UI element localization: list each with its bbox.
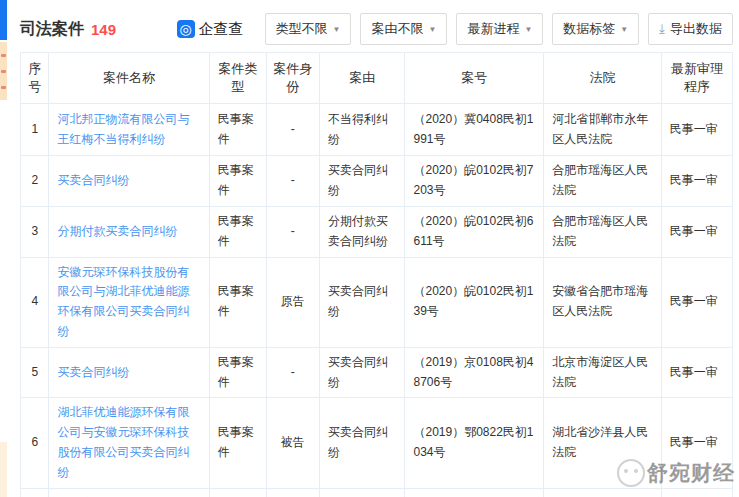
table-row: 7 上海宝钢节能环保技术有限公司与安徽元琛环保科技股份有限公司买卖合同纠纷 民事…: [21, 488, 733, 497]
cell-case-type: 民事案件: [209, 347, 266, 398]
cell-no: 5: [21, 347, 49, 398]
qichacha-logo-icon: ◎: [177, 20, 195, 38]
cell-no: 3: [21, 206, 49, 257]
column-header-case-name: 案件名称: [49, 53, 209, 104]
cell-no: 2: [21, 156, 49, 207]
table-row: 1 河北邦正物流有限公司与王红梅不当得利纠纷 民事案件 - 不当得利纠纷 （20…: [21, 104, 733, 156]
cell-procedure: 民事一审: [661, 347, 732, 398]
cell-no: 1: [21, 104, 49, 156]
table-header-row: 序号 案件名称 案件类型 案件身份 案由 案号 法院 最新审理程序: [21, 53, 733, 104]
cell-case-role: -: [266, 104, 319, 156]
cell-case-type: 民事案件: [209, 206, 266, 257]
filter-latest-progress-dropdown[interactable]: 最新进程 ▼: [456, 13, 543, 45]
cell-court: 上海市宝山区人民法院: [544, 488, 661, 497]
cell-no: 7: [21, 488, 49, 497]
table-row: 5 买卖合同纠纷 民事案件 - 买卖合同纠纷 （2019）京0108民初4870…: [21, 347, 733, 398]
cell-case-type: 民事案件: [209, 104, 266, 156]
column-header-case-number: 案号: [405, 53, 544, 104]
cell-case-number: （2020）皖0102民初6611号: [405, 206, 544, 257]
filter-case-type-dropdown[interactable]: 类型不限 ▼: [265, 13, 352, 45]
cell-court: 合肥市瑶海区人民法院: [544, 206, 661, 257]
qichacha-brand-name: 企查查: [199, 20, 244, 39]
cell-case-number: （2020）冀0408民初1991号: [405, 104, 544, 156]
cell-case-number: （2019）京0108民初48706号: [405, 347, 544, 398]
column-header-case-type: 案件类型: [209, 53, 266, 104]
cell-case-type: 民事案件: [209, 156, 266, 207]
cell-court: 湖北省沙洋县人民法院: [544, 398, 661, 488]
case-name-link[interactable]: 河北邦正物流有限公司与王红梅不当得利纠纷: [57, 112, 189, 146]
filter-cause-dropdown[interactable]: 案由不限 ▼: [360, 13, 447, 45]
cutoff-sidebar-edge: [0, 0, 7, 497]
cell-cause: 买卖合同纠纷: [320, 398, 405, 488]
cell-case-role: -: [266, 347, 319, 398]
cell-court: 合肥市瑶海区人民法院: [544, 156, 661, 207]
case-name-link[interactable]: 分期付款买卖合同纠纷: [57, 224, 177, 238]
cell-case-role: -: [266, 206, 319, 257]
cell-procedure: 民事一审: [661, 104, 732, 156]
case-name-link[interactable]: 买卖合同纠纷: [57, 365, 129, 379]
filter-label: 案由不限: [371, 20, 423, 38]
column-header-no: 序号: [21, 53, 49, 104]
case-name-link[interactable]: 安徽元琛环保科技股份有限公司与湖北菲优迪能源环保有限公司买卖合同纠纷: [57, 265, 189, 338]
cell-case-number: （2020）皖0102民初7203号: [405, 156, 544, 207]
table-row: 3 分期付款买卖合同纠纷 民事案件 - 分期付款买卖合同纠纷 （2020）皖01…: [21, 206, 733, 257]
page-title: 司法案件: [20, 19, 84, 40]
column-header-case-role: 案件身份: [266, 53, 319, 104]
cell-cause: 买卖合同纠纷: [320, 488, 405, 497]
cell-cause: 买卖合同纠纷: [320, 156, 405, 207]
download-icon: ⤓: [659, 21, 665, 37]
sidebar-edge-mark: [1, 54, 6, 57]
filter-data-tag-dropdown[interactable]: 数据标签 ▼: [552, 13, 639, 45]
qichacha-brand-link[interactable]: ◎ 企查查: [177, 20, 244, 39]
cell-case-role: 原告: [266, 257, 319, 347]
cell-court: 河北省邯郸市永年区人民法院: [544, 104, 661, 156]
export-data-button[interactable]: ⤓ 导出数据: [648, 13, 733, 45]
sidebar-edge-bottom-block: [0, 442, 7, 497]
judicial-cases-panel: 司法案件 149 ◎ 企查查 类型不限 ▼ 案由不限 ▼ 最新进程 ▼ 数据标签…: [20, 0, 733, 497]
cell-case-type: 民事案件: [209, 257, 266, 347]
cell-case-role: 被告: [266, 488, 319, 497]
case-name-link[interactable]: 湖北菲优迪能源环保有限公司与安徽元琛环保科技股份有限公司买卖合同纠纷: [57, 405, 189, 478]
cell-procedure: [661, 488, 732, 497]
cell-procedure: 民事一审: [661, 257, 732, 347]
column-header-cause: 案由: [320, 53, 405, 104]
column-header-latest-procedure: 最新审理程序: [661, 53, 732, 104]
chevron-down-icon: ▼: [620, 25, 628, 34]
table-row: 6 湖北菲优迪能源环保有限公司与安徽元琛环保科技股份有限公司买卖合同纠纷 民事案…: [21, 398, 733, 488]
cell-case-role: 被告: [266, 398, 319, 488]
chevron-down-icon: ▼: [428, 25, 436, 34]
cell-cause: 买卖合同纠纷: [320, 347, 405, 398]
cell-no: 4: [21, 257, 49, 347]
filter-label: 最新进程: [467, 20, 519, 38]
section-header: 司法案件 149 ◎ 企查查 类型不限 ▼ 案由不限 ▼ 最新进程 ▼ 数据标签…: [20, 12, 733, 46]
cell-procedure: 民事一审: [661, 398, 732, 488]
cell-procedure: 民事一审: [661, 206, 732, 257]
cell-court: 安徽省合肥市瑶海区人民法院: [544, 257, 661, 347]
cell-case-number: （2019）沪0113民初18060号: [405, 488, 544, 497]
sidebar-edge-mark: [1, 70, 6, 73]
sidebar-edge-blue-bar: [0, 0, 7, 40]
filter-label: 数据标签: [563, 20, 615, 38]
table-row: 2 买卖合同纠纷 民事案件 - 买卖合同纠纷 （2020）皖0102民初7203…: [21, 156, 733, 207]
cases-table: 序号 案件名称 案件类型 案件身份 案由 案号 法院 最新审理程序 1 河北邦正…: [20, 52, 733, 497]
case-count-badge: 149: [91, 21, 116, 38]
table-row: 4 安徽元琛环保科技股份有限公司与湖北菲优迪能源环保有限公司买卖合同纠纷 民事案…: [21, 257, 733, 347]
export-label: 导出数据: [670, 20, 722, 38]
cell-case-type: 民事案件: [209, 488, 266, 497]
case-name-link[interactable]: 买卖合同纠纷: [57, 173, 129, 187]
cell-case-role: -: [266, 156, 319, 207]
cell-court: 北京市海淀区人民法院: [544, 347, 661, 398]
chevron-down-icon: ▼: [524, 25, 532, 34]
chevron-down-icon: ▼: [333, 25, 341, 34]
cell-cause: 不当得利纠纷: [320, 104, 405, 156]
cell-procedure: 民事一审: [661, 156, 732, 207]
sidebar-edge-peach-block: [0, 42, 7, 100]
cell-no: 6: [21, 398, 49, 488]
column-header-court: 法院: [544, 53, 661, 104]
sidebar-edge-mark: [1, 86, 6, 89]
filter-label: 类型不限: [276, 20, 328, 38]
cell-cause: 分期付款买卖合同纠纷: [320, 206, 405, 257]
cell-case-number: （2019）鄂0822民初1034号: [405, 398, 544, 488]
cell-case-type: 民事案件: [209, 398, 266, 488]
cell-cause: 买卖合同纠纷: [320, 257, 405, 347]
